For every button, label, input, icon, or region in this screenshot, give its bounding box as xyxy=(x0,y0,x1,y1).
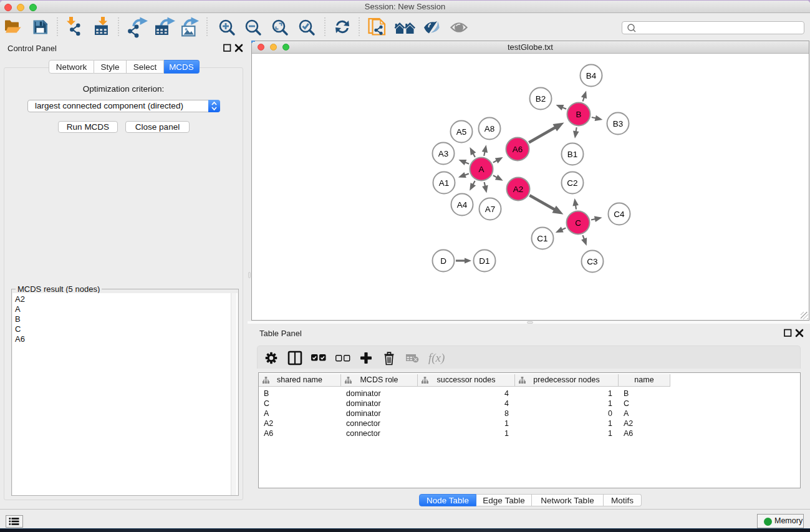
svg-text:B2: B2 xyxy=(536,94,546,104)
svg-text:C: C xyxy=(575,218,581,228)
svg-text:A2: A2 xyxy=(513,185,524,194)
svg-text:C3: C3 xyxy=(587,257,597,266)
svg-text:A3: A3 xyxy=(438,149,449,158)
svg-text:A7: A7 xyxy=(485,205,496,214)
svg-text:A8: A8 xyxy=(485,124,495,133)
svg-text:B1: B1 xyxy=(567,150,578,159)
svg-text:C4: C4 xyxy=(614,210,625,219)
svg-text:C2: C2 xyxy=(567,178,577,188)
svg-text:B: B xyxy=(576,110,581,119)
svg-text:A1: A1 xyxy=(439,178,450,188)
svg-text:A4: A4 xyxy=(457,200,468,210)
svg-text:B3: B3 xyxy=(613,119,624,128)
svg-text:A5: A5 xyxy=(456,127,467,137)
svg-text:A: A xyxy=(478,165,484,174)
svg-text:f(x): f(x) xyxy=(428,351,445,365)
svg-text:D: D xyxy=(440,256,446,266)
svg-text:B4: B4 xyxy=(586,71,597,80)
svg-text:C1: C1 xyxy=(537,234,547,243)
svg-text:A6: A6 xyxy=(513,145,523,154)
svg-text:D1: D1 xyxy=(479,256,489,266)
